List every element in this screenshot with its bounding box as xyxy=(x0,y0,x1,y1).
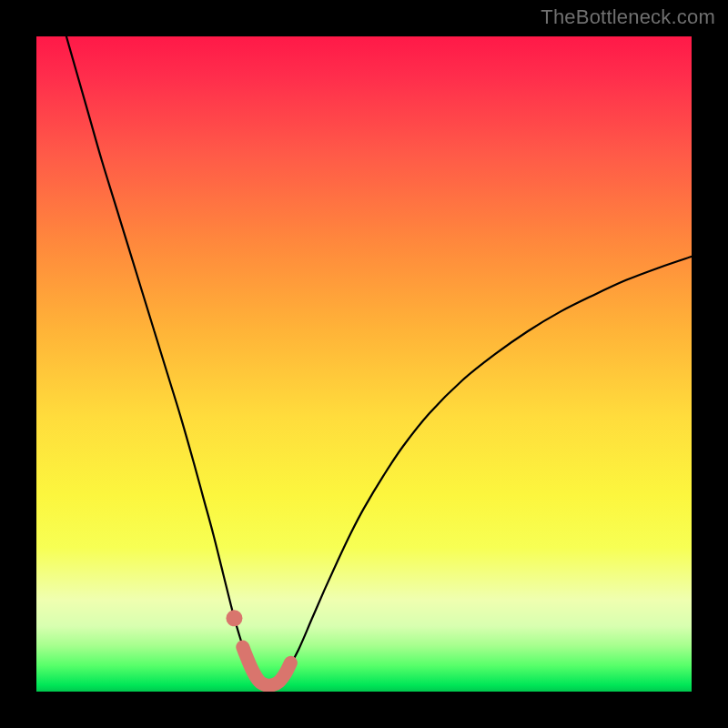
heat-gradient xyxy=(36,36,692,692)
plot-area xyxy=(36,36,692,692)
chart-frame: TheBottleneck.com xyxy=(0,0,728,728)
watermark-label: TheBottleneck.com xyxy=(541,5,715,29)
